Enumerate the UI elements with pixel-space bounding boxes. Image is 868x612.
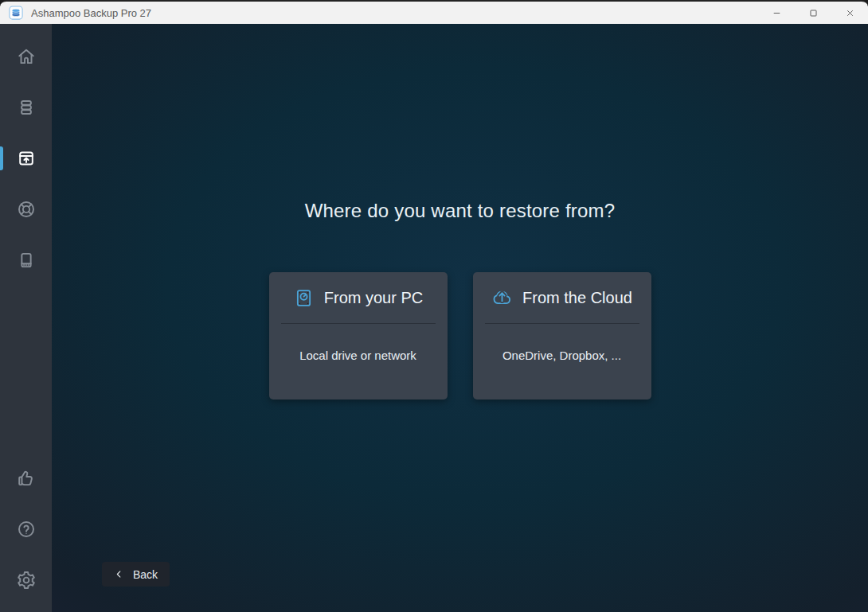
cloud-upload-icon <box>491 287 513 309</box>
sidebar-item-drive[interactable] <box>0 235 52 286</box>
card-title-row: From your PC <box>293 284 423 311</box>
card-title-row: From the Cloud <box>491 284 632 311</box>
back-button[interactable]: Back <box>102 562 170 587</box>
window-title: Ashampoo Backup Pro 27 <box>31 7 758 19</box>
sidebar-item-rescue-system[interactable] <box>0 184 52 235</box>
active-indicator-bar <box>0 146 3 170</box>
back-button-label: Back <box>133 568 158 581</box>
hard-drive-icon <box>293 287 315 309</box>
disk-stack-icon <box>16 97 37 118</box>
maximize-button[interactable] <box>795 2 831 24</box>
minimize-button[interactable] <box>758 2 795 24</box>
sidebar <box>0 24 52 612</box>
sidebar-item-help[interactable] <box>0 504 52 555</box>
sidebar-top-group <box>0 31 52 286</box>
app-window: Ashampoo Backup Pro 27 <box>0 0 868 612</box>
card-from-your-pc[interactable]: From your PC Local drive or network <box>269 272 448 400</box>
sidebar-spacer <box>0 286 52 453</box>
card-title: From your PC <box>324 289 423 307</box>
gear-icon <box>16 570 37 591</box>
thumbs-up-icon <box>16 468 37 489</box>
sidebar-item-restore[interactable] <box>0 133 52 184</box>
app-logo-icon <box>9 6 23 20</box>
close-button[interactable] <box>831 2 868 24</box>
card-divider <box>281 323 436 324</box>
sidebar-item-backup-plans[interactable] <box>0 82 52 133</box>
lifebuoy-icon <box>16 199 37 220</box>
card-divider <box>485 323 639 324</box>
card-subtitle: Local drive or network <box>299 349 416 362</box>
titlebar: Ashampoo Backup Pro 27 <box>0 0 868 24</box>
card-subtitle: OneDrive, Dropbox, ... <box>502 349 621 362</box>
external-drive-icon <box>16 250 37 271</box>
question-circle-icon <box>16 519 37 540</box>
restore-source-cards: From your PC Local drive or network From… <box>52 272 868 400</box>
card-title: From the Cloud <box>522 289 632 307</box>
home-icon <box>16 46 37 67</box>
minimize-icon <box>772 8 782 18</box>
main-content: Where do you want to restore from? From … <box>52 24 868 612</box>
close-icon <box>845 8 855 18</box>
window-controls <box>758 2 868 24</box>
chevron-left-icon <box>114 569 124 579</box>
sidebar-item-settings[interactable] <box>0 555 52 606</box>
sidebar-item-home[interactable] <box>0 31 52 82</box>
card-from-the-cloud[interactable]: From the Cloud OneDrive, Dropbox, ... <box>473 272 651 400</box>
maximize-icon <box>808 8 819 18</box>
sidebar-bottom-group <box>0 453 52 606</box>
page-title: Where do you want to restore from? <box>52 199 868 223</box>
restore-box-icon <box>16 148 37 169</box>
sidebar-item-rate[interactable] <box>0 453 52 504</box>
